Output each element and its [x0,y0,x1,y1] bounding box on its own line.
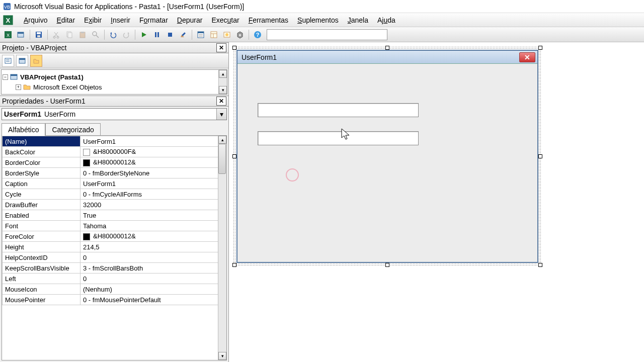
copy-button[interactable] [63,29,75,41]
property-value[interactable]: 0 - fmMousePointerDefault [80,295,226,305]
menu-executar[interactable]: Executar [207,14,244,26]
resize-handle-se[interactable] [538,263,542,267]
property-value[interactable]: 3 - fmScrollBarsBoth [80,263,226,274]
menu-exibir[interactable]: Exibir [79,14,106,26]
menu-ajuda[interactable]: Ajuda [373,14,400,26]
property-row[interactable]: BackColor&H8000000F& [3,147,226,157]
property-row[interactable]: BorderStyle0 - fmBorderStyleNone [3,168,226,178]
userform-client-area[interactable] [237,64,537,262]
property-value[interactable]: 32000 [80,200,226,210]
property-value[interactable]: (Nenhum) [80,284,226,295]
property-row[interactable]: Left0 [3,274,226,284]
properties-grid[interactable]: (Name)UserForm1BackColor&H8000000F&Borde… [2,135,227,360]
tree-root-row[interactable]: − VBAProject (Pasta1) [3,72,226,82]
paste-button[interactable] [76,29,89,41]
property-value[interactable]: 0 - fmCycleAllForms [80,189,226,200]
property-value[interactable]: 0 - fmBorderStyleNone [80,168,226,178]
userform-titlebar[interactable]: UserForm1 ✕ [237,51,537,64]
project-tree[interactable]: − VBAProject (Pasta1) + Microsoft Excel … [1,69,227,95]
toolbox-button[interactable] [234,29,246,41]
property-value[interactable]: &H8000000F& [80,147,226,157]
view-code-button[interactable] [2,55,14,67]
property-row[interactable]: CaptionUserForm1 [3,178,226,189]
property-value[interactable]: True [80,210,226,221]
menu-suplementos[interactable]: Suplementos [293,14,343,26]
property-value[interactable]: 0 [80,274,226,284]
view-excel-button[interactable]: X [2,29,14,41]
property-value[interactable]: UserForm1 [80,178,226,189]
menu-arquivo[interactable]: Arquivo [19,14,52,26]
redo-button[interactable] [120,29,132,41]
scroll-down-button[interactable]: ▾ [219,86,227,94]
scroll-thumb[interactable] [218,144,226,174]
userform-close-button[interactable]: ✕ [519,52,535,62]
project-tree-scrollbar[interactable]: ▴ ▾ [218,70,227,94]
properties-scrollbar[interactable]: ▴ ▾ [218,136,226,360]
help-button[interactable]: ? [252,29,264,41]
tree-child-row[interactable]: + Microsoft Excel Objetos [3,82,226,92]
property-row[interactable]: (Name)UserForm1 [3,136,226,147]
reset-button[interactable] [164,29,176,41]
project-explorer-button[interactable] [195,29,207,41]
property-row[interactable]: MouseIcon(Nenhum) [3,284,226,295]
properties-panel-close-button[interactable]: ✕ [216,97,226,106]
menu-inserir[interactable]: Inserir [106,14,135,26]
scroll-down-button[interactable]: ▾ [218,352,226,360]
tab-categorized[interactable]: Categorizado [45,123,100,136]
menu-editar[interactable]: Editar [52,14,79,26]
property-row[interactable]: Height214,5 [3,242,226,252]
property-value[interactable]: 0 [80,252,226,263]
toolbar-object-combo[interactable] [267,29,387,40]
property-row[interactable]: KeepScrollBarsVisible3 - fmScrollBarsBot… [3,263,226,274]
property-value[interactable]: &H80000012& [80,231,226,242]
break-button[interactable] [151,29,163,41]
design-mode-button[interactable] [177,29,189,41]
insert-userform-button[interactable] [15,29,27,41]
menu-janela[interactable]: Janela [343,14,373,26]
property-row[interactable]: Cycle0 - fmCycleAllForms [3,189,226,200]
find-button[interactable] [90,29,102,41]
menu-ferramentas[interactable]: Ferramentas [244,14,293,26]
property-value[interactable]: Tahoma [80,221,226,231]
resize-handle-e[interactable] [538,154,542,158]
toggle-folders-button[interactable] [30,55,42,67]
cut-button[interactable] [50,29,62,41]
property-row[interactable]: MousePointer0 - fmMousePointerDefault [3,295,226,305]
save-button[interactable] [33,29,45,41]
scroll-up-button[interactable]: ▴ [219,70,227,78]
scroll-up-button[interactable]: ▴ [218,136,226,144]
run-button[interactable] [138,29,150,41]
dropdown-arrow-icon[interactable]: ▾ [216,109,226,120]
resize-handle-s[interactable] [385,263,389,267]
menu-depurar[interactable]: Depurar [173,14,207,26]
undo-button[interactable] [107,29,119,41]
object-selector-combo[interactable]: UserForm1 UserForm ▾ [2,108,227,120]
resize-handle-sw[interactable] [232,263,236,267]
property-row[interactable]: EnabledTrue [3,210,226,221]
expand-icon[interactable]: + [16,84,21,90]
tab-alphabetic[interactable]: Alfabético [2,123,45,136]
excel-icon[interactable]: X [2,14,14,26]
property-row[interactable]: ForeColor&H80000012& [3,231,226,242]
textbox-control-2[interactable] [258,131,419,145]
project-panel-close-button[interactable]: ✕ [216,43,226,52]
object-browser-button[interactable] [221,29,233,41]
resize-handle-n[interactable] [385,46,389,50]
userform-window[interactable]: UserForm1 ✕ [236,50,538,263]
property-row[interactable]: FontTahoma [3,221,226,231]
form-designer-area[interactable]: UserForm1 ✕ [229,42,644,362]
textbox-control-1[interactable] [258,103,419,117]
property-row[interactable]: DrawBuffer32000 [3,200,226,210]
property-value[interactable]: UserForm1 [80,136,226,147]
resize-handle-ne[interactable] [538,46,542,50]
properties-window-button[interactable] [208,29,220,41]
menu-formatar[interactable]: Formatar [135,14,173,26]
collapse-icon[interactable]: − [3,74,8,80]
view-object-button[interactable] [16,55,28,67]
property-row[interactable]: HelpContextID0 [3,252,226,263]
property-value[interactable]: &H80000012& [80,157,226,168]
resize-handle-nw[interactable] [232,46,236,50]
property-row[interactable]: BorderColor&H80000012& [3,157,226,168]
property-value[interactable]: 214,5 [80,242,226,252]
resize-handle-w[interactable] [232,154,236,158]
